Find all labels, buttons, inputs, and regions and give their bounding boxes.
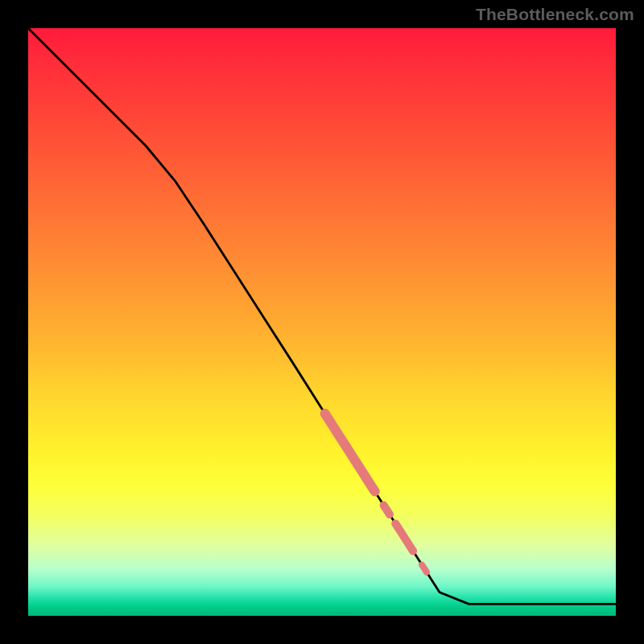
highlight-segment [422, 565, 427, 572]
chart-overlay [28, 28, 616, 616]
highlight-segment [395, 523, 413, 551]
plot-area [28, 28, 616, 616]
chart-canvas: TheBottleneck.com [0, 0, 644, 644]
highlight-segment [325, 414, 375, 492]
highlight-segments [325, 414, 427, 572]
performance-curve [28, 28, 616, 604]
attribution-label: TheBottleneck.com [476, 5, 634, 24]
highlight-segment [384, 506, 390, 514]
